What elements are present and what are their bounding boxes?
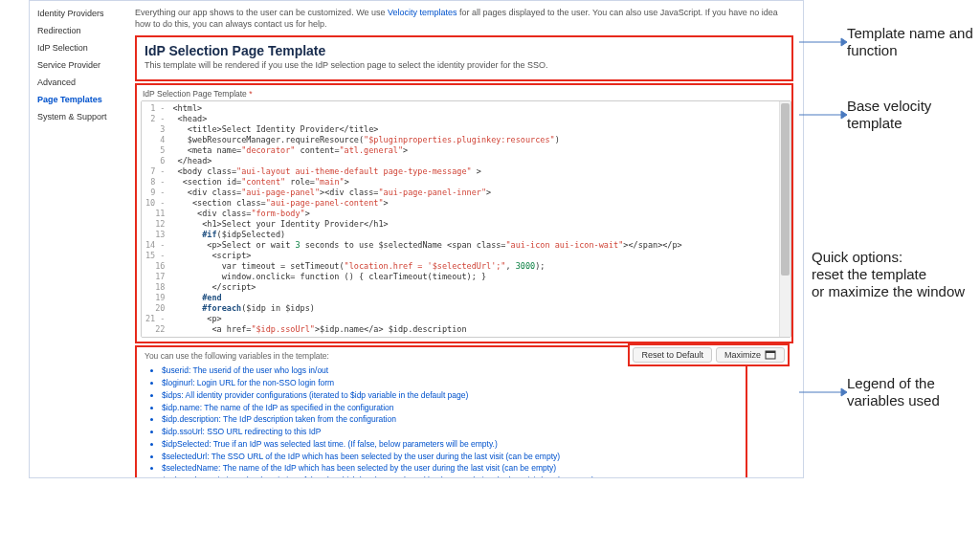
line-number: 12: [145, 219, 165, 230]
code-line[interactable]: <p>Select or wait 3 seconds to use $sele…: [172, 240, 775, 251]
maximize-icon: [765, 350, 776, 360]
template-editor-block: IdP Selection Page Template * 1 -2 -3456…: [135, 83, 793, 343]
line-number: 20: [145, 303, 165, 314]
line-number: 11: [145, 209, 165, 219]
main-content: Everything our app shows to the user can…: [125, 1, 803, 477]
code-line[interactable]: $webResourceManager.requireResource("$pl…: [172, 135, 775, 145]
velocity-link[interactable]: Velocity templates: [388, 8, 457, 17]
code-line[interactable]: var timeout = setTimeout("location.href …: [172, 261, 775, 272]
annotation-template-name: Template name and function: [799, 25, 973, 59]
settings-panel: Identity ProvidersRedirectionIdP Selecti…: [29, 0, 804, 478]
line-number: 9 -: [145, 188, 165, 198]
line-number: 6: [145, 156, 165, 166]
editor-scrollbar[interactable]: [779, 101, 791, 337]
maximize-button[interactable]: Maximize: [716, 347, 785, 363]
line-number: 2 -: [145, 114, 165, 124]
line-number-gutter: 1 -2 -34567 -8 -9 -10 -11121314 -15 -161…: [142, 101, 168, 337]
code-line[interactable]: <body class="aui-layout aui-theme-defaul…: [172, 166, 775, 177]
code-line[interactable]: <html>: [172, 103, 775, 114]
sidebar-item-identity-providers[interactable]: Identity Providers: [30, 5, 125, 22]
annotation-text: Legend of the variables used: [847, 375, 940, 409]
sidebar-item-system-support[interactable]: System & Support: [30, 108, 125, 125]
legend-item: $selectedName: The name of the IdP which…: [162, 462, 738, 475]
line-number: 17: [145, 272, 165, 282]
line-number: 19: [145, 293, 165, 303]
sidebar-item-page-templates[interactable]: Page Templates: [30, 91, 125, 108]
code-line[interactable]: </script>: [172, 282, 775, 293]
editor-actions: Reset to Default Maximize: [628, 343, 790, 366]
line-number: 7 -: [145, 166, 165, 177]
sidebar-item-advanced[interactable]: Advanced: [30, 74, 125, 91]
code-line[interactable]: window.onclick= function () { clearTimeo…: [172, 272, 775, 282]
line-number: 15 -: [145, 251, 165, 261]
legend-list: $userid: The userid of the user who logs…: [145, 364, 738, 477]
code-line[interactable]: #if($idpSelected): [172, 230, 775, 240]
legend-item: $selectedUrl: The SSO URL of the IdP whi…: [162, 451, 738, 463]
annotation-base-template: Base velocity template: [799, 98, 931, 132]
required-mark: *: [249, 89, 252, 99]
line-number: 16: [145, 261, 165, 272]
editor-label: IdP Selection Page Template *: [143, 89, 791, 99]
line-number: 14 -: [145, 240, 165, 251]
code-line[interactable]: <section id="content" role="main">: [172, 177, 775, 188]
annotation-legend: Legend of the variables used: [799, 375, 940, 409]
sidebar-item-redirection[interactable]: Redirection: [30, 22, 125, 39]
code-line[interactable]: <meta name="decorator" content="atl.gene…: [172, 145, 775, 156]
svg-rect-1: [766, 351, 775, 353]
sidebar: Identity ProvidersRedirectionIdP Selecti…: [30, 1, 125, 477]
legend-item: $idpSelected: True if an IdP was selecte…: [162, 438, 738, 451]
code-line[interactable]: <script>: [172, 251, 775, 261]
line-number: 13: [145, 230, 165, 240]
code-line[interactable]: <a href="$idp.ssoUrl">$idp.name</a> $idp…: [172, 324, 775, 335]
page-subtitle: This template will be rendered if you us…: [145, 60, 784, 70]
code-line[interactable]: <div class="aui-page-panel"><div class="…: [172, 188, 775, 198]
line-number: 21 -: [145, 314, 165, 324]
code-editor[interactable]: 1 -2 -34567 -8 -9 -10 -11121314 -15 -161…: [141, 100, 791, 338]
annotation-text: Quick options: reset the template or max…: [812, 249, 965, 300]
code-line[interactable]: <h1>Select your Identity Provider</h1>: [172, 219, 775, 230]
code-line[interactable]: <section class="aui-page-panel-content">: [172, 198, 775, 209]
reset-to-default-button[interactable]: Reset to Default: [633, 347, 712, 363]
annotation-quick-options: Quick options: reset the template or max…: [812, 249, 965, 300]
line-number: 22: [145, 324, 165, 335]
line-number: 5: [145, 145, 165, 156]
legend-item: $idp.description: The IdP description ta…: [162, 413, 738, 426]
editor-label-text: IdP Selection Page Template: [143, 89, 247, 99]
code-line[interactable]: <p>: [172, 314, 775, 324]
code-line[interactable]: #end: [172, 293, 775, 303]
line-number: 18: [145, 282, 165, 293]
code-line[interactable]: <head>: [172, 114, 775, 124]
scrollbar-thumb[interactable]: [781, 103, 790, 276]
intro-text: Everything our app shows to the user can…: [135, 7, 793, 30]
code-line[interactable]: <title>Select Identity Provider</title>: [172, 124, 775, 135]
line-number: 1 -: [145, 103, 165, 114]
maximize-label: Maximize: [724, 350, 761, 360]
annotation-text: Base velocity template: [847, 98, 931, 132]
legend-item: $idp.name: The name of the IdP as specif…: [162, 402, 738, 414]
intro-pre: Everything our app shows to the user can…: [135, 8, 388, 17]
code-line[interactable]: #foreach($idp in $idps): [172, 303, 775, 314]
sidebar-item-service-provider[interactable]: Service Provider: [30, 56, 125, 74]
line-number: 10 -: [145, 198, 165, 209]
code-content[interactable]: <html> <head> <title>Select Identity Pro…: [168, 101, 779, 337]
sidebar-item-idp-selection[interactable]: IdP Selection: [30, 39, 125, 56]
legend-item: $idps: All identity provider configurati…: [162, 389, 738, 402]
annotation-text: Template name and function: [847, 25, 973, 59]
reset-label: Reset to Default: [641, 350, 703, 360]
legend-item: $idp.ssoUrl: SSO URL redirecting to this…: [162, 426, 738, 438]
legend-item: $selectedDescription: The description of…: [162, 475, 738, 477]
line-number: 8 -: [145, 177, 165, 188]
line-number: 3: [145, 124, 165, 135]
page-title: IdP Selection Page Template: [145, 43, 784, 58]
template-title-block: IdP Selection Page Template This templat…: [135, 35, 793, 81]
code-line[interactable]: </head>: [172, 156, 775, 166]
legend-item: $loginurl: Login URL for the non-SSO log…: [162, 377, 738, 389]
line-number: 4: [145, 135, 165, 145]
code-line[interactable]: <div class="form-body">: [172, 209, 775, 219]
